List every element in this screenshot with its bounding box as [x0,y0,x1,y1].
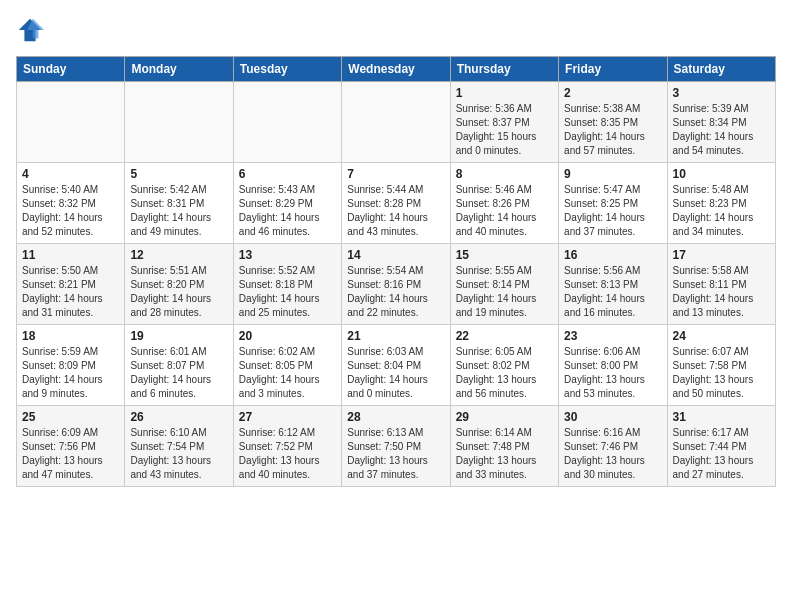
day-number: 25 [22,410,119,424]
day-number: 27 [239,410,336,424]
day-info: Sunrise: 5:56 AM Sunset: 8:13 PM Dayligh… [564,264,661,320]
calendar-cell: 6Sunrise: 5:43 AM Sunset: 8:29 PM Daylig… [233,163,341,244]
calendar-cell: 14Sunrise: 5:54 AM Sunset: 8:16 PM Dayli… [342,244,450,325]
calendar-cell: 24Sunrise: 6:07 AM Sunset: 7:58 PM Dayli… [667,325,775,406]
calendar-cell: 10Sunrise: 5:48 AM Sunset: 8:23 PM Dayli… [667,163,775,244]
day-number: 24 [673,329,770,343]
calendar-cell [233,82,341,163]
day-number: 15 [456,248,553,262]
calendar-cell: 22Sunrise: 6:05 AM Sunset: 8:02 PM Dayli… [450,325,558,406]
day-number: 21 [347,329,444,343]
logo-icon [16,16,44,44]
day-number: 18 [22,329,119,343]
day-info: Sunrise: 6:13 AM Sunset: 7:50 PM Dayligh… [347,426,444,482]
day-info: Sunrise: 6:07 AM Sunset: 7:58 PM Dayligh… [673,345,770,401]
calendar-cell: 2Sunrise: 5:38 AM Sunset: 8:35 PM Daylig… [559,82,667,163]
day-number: 28 [347,410,444,424]
day-info: Sunrise: 5:47 AM Sunset: 8:25 PM Dayligh… [564,183,661,239]
day-number: 14 [347,248,444,262]
day-info: Sunrise: 5:55 AM Sunset: 8:14 PM Dayligh… [456,264,553,320]
day-number: 5 [130,167,227,181]
day-number: 23 [564,329,661,343]
day-info: Sunrise: 5:51 AM Sunset: 8:20 PM Dayligh… [130,264,227,320]
day-number: 17 [673,248,770,262]
day-info: Sunrise: 5:58 AM Sunset: 8:11 PM Dayligh… [673,264,770,320]
day-number: 12 [130,248,227,262]
calendar-table: SundayMondayTuesdayWednesdayThursdayFrid… [16,56,776,487]
calendar-header-sunday: Sunday [17,57,125,82]
day-number: 16 [564,248,661,262]
day-info: Sunrise: 5:44 AM Sunset: 8:28 PM Dayligh… [347,183,444,239]
day-number: 9 [564,167,661,181]
calendar-header-saturday: Saturday [667,57,775,82]
calendar-cell: 20Sunrise: 6:02 AM Sunset: 8:05 PM Dayli… [233,325,341,406]
calendar-cell: 27Sunrise: 6:12 AM Sunset: 7:52 PM Dayli… [233,406,341,487]
day-number: 8 [456,167,553,181]
calendar-cell: 28Sunrise: 6:13 AM Sunset: 7:50 PM Dayli… [342,406,450,487]
day-info: Sunrise: 6:16 AM Sunset: 7:46 PM Dayligh… [564,426,661,482]
day-info: Sunrise: 5:36 AM Sunset: 8:37 PM Dayligh… [456,102,553,158]
day-number: 11 [22,248,119,262]
day-number: 2 [564,86,661,100]
calendar-header-thursday: Thursday [450,57,558,82]
day-info: Sunrise: 6:14 AM Sunset: 7:48 PM Dayligh… [456,426,553,482]
day-info: Sunrise: 6:02 AM Sunset: 8:05 PM Dayligh… [239,345,336,401]
calendar-header-row: SundayMondayTuesdayWednesdayThursdayFrid… [17,57,776,82]
day-number: 31 [673,410,770,424]
day-info: Sunrise: 6:03 AM Sunset: 8:04 PM Dayligh… [347,345,444,401]
calendar-cell [125,82,233,163]
calendar-cell: 16Sunrise: 5:56 AM Sunset: 8:13 PM Dayli… [559,244,667,325]
day-info: Sunrise: 6:09 AM Sunset: 7:56 PM Dayligh… [22,426,119,482]
day-number: 19 [130,329,227,343]
day-number: 10 [673,167,770,181]
day-number: 22 [456,329,553,343]
calendar-cell: 13Sunrise: 5:52 AM Sunset: 8:18 PM Dayli… [233,244,341,325]
calendar-header-tuesday: Tuesday [233,57,341,82]
day-info: Sunrise: 5:52 AM Sunset: 8:18 PM Dayligh… [239,264,336,320]
day-info: Sunrise: 5:46 AM Sunset: 8:26 PM Dayligh… [456,183,553,239]
day-info: Sunrise: 5:38 AM Sunset: 8:35 PM Dayligh… [564,102,661,158]
day-number: 26 [130,410,227,424]
calendar-cell: 25Sunrise: 6:09 AM Sunset: 7:56 PM Dayli… [17,406,125,487]
calendar-cell: 26Sunrise: 6:10 AM Sunset: 7:54 PM Dayli… [125,406,233,487]
day-info: Sunrise: 5:43 AM Sunset: 8:29 PM Dayligh… [239,183,336,239]
day-number: 13 [239,248,336,262]
calendar-cell: 3Sunrise: 5:39 AM Sunset: 8:34 PM Daylig… [667,82,775,163]
calendar-week-3: 11Sunrise: 5:50 AM Sunset: 8:21 PM Dayli… [17,244,776,325]
calendar-cell: 11Sunrise: 5:50 AM Sunset: 8:21 PM Dayli… [17,244,125,325]
day-info: Sunrise: 5:40 AM Sunset: 8:32 PM Dayligh… [22,183,119,239]
calendar-cell: 8Sunrise: 5:46 AM Sunset: 8:26 PM Daylig… [450,163,558,244]
day-info: Sunrise: 5:48 AM Sunset: 8:23 PM Dayligh… [673,183,770,239]
day-info: Sunrise: 6:12 AM Sunset: 7:52 PM Dayligh… [239,426,336,482]
calendar-cell: 31Sunrise: 6:17 AM Sunset: 7:44 PM Dayli… [667,406,775,487]
day-info: Sunrise: 5:42 AM Sunset: 8:31 PM Dayligh… [130,183,227,239]
calendar-header-monday: Monday [125,57,233,82]
calendar-cell: 29Sunrise: 6:14 AM Sunset: 7:48 PM Dayli… [450,406,558,487]
calendar-week-5: 25Sunrise: 6:09 AM Sunset: 7:56 PM Dayli… [17,406,776,487]
day-info: Sunrise: 6:01 AM Sunset: 8:07 PM Dayligh… [130,345,227,401]
calendar-week-4: 18Sunrise: 5:59 AM Sunset: 8:09 PM Dayli… [17,325,776,406]
day-number: 29 [456,410,553,424]
calendar-header-friday: Friday [559,57,667,82]
day-info: Sunrise: 5:39 AM Sunset: 8:34 PM Dayligh… [673,102,770,158]
day-number: 6 [239,167,336,181]
calendar-header-wednesday: Wednesday [342,57,450,82]
calendar-cell: 21Sunrise: 6:03 AM Sunset: 8:04 PM Dayli… [342,325,450,406]
calendar-cell: 30Sunrise: 6:16 AM Sunset: 7:46 PM Dayli… [559,406,667,487]
calendar-cell: 5Sunrise: 5:42 AM Sunset: 8:31 PM Daylig… [125,163,233,244]
calendar-cell: 1Sunrise: 5:36 AM Sunset: 8:37 PM Daylig… [450,82,558,163]
calendar-cell: 19Sunrise: 6:01 AM Sunset: 8:07 PM Dayli… [125,325,233,406]
day-info: Sunrise: 5:54 AM Sunset: 8:16 PM Dayligh… [347,264,444,320]
day-number: 7 [347,167,444,181]
calendar-cell [342,82,450,163]
day-info: Sunrise: 6:06 AM Sunset: 8:00 PM Dayligh… [564,345,661,401]
calendar-cell: 15Sunrise: 5:55 AM Sunset: 8:14 PM Dayli… [450,244,558,325]
calendar-cell: 12Sunrise: 5:51 AM Sunset: 8:20 PM Dayli… [125,244,233,325]
day-info: Sunrise: 5:50 AM Sunset: 8:21 PM Dayligh… [22,264,119,320]
day-info: Sunrise: 6:05 AM Sunset: 8:02 PM Dayligh… [456,345,553,401]
day-number: 20 [239,329,336,343]
calendar-cell: 4Sunrise: 5:40 AM Sunset: 8:32 PM Daylig… [17,163,125,244]
day-number: 3 [673,86,770,100]
day-info: Sunrise: 6:17 AM Sunset: 7:44 PM Dayligh… [673,426,770,482]
day-info: Sunrise: 6:10 AM Sunset: 7:54 PM Dayligh… [130,426,227,482]
